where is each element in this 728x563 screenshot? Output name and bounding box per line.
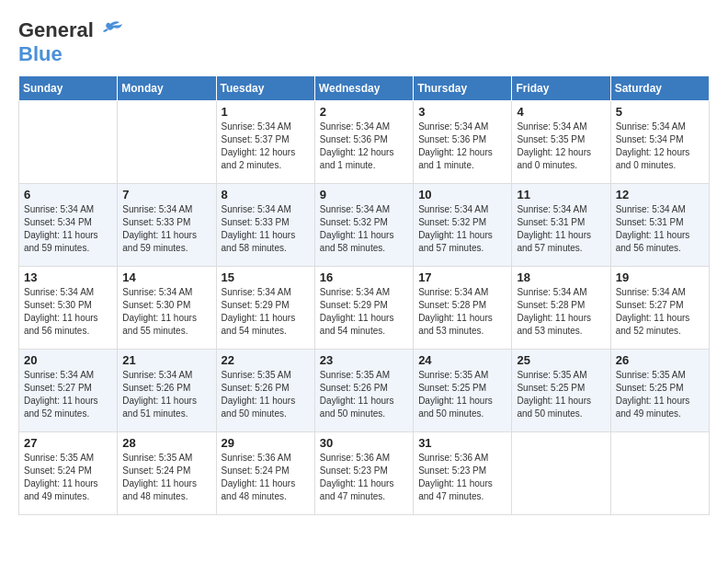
- day-info: Sunrise: 5:34 AMSunset: 5:30 PMDaylight:…: [122, 286, 210, 338]
- calendar-week-4: 20Sunrise: 5:34 AMSunset: 5:27 PMDayligh…: [19, 350, 710, 432]
- day-number: 2: [320, 105, 408, 119]
- day-info: Sunrise: 5:34 AMSunset: 5:27 PMDaylight:…: [616, 286, 704, 338]
- day-number: 25: [517, 353, 605, 367]
- day-number: 29: [222, 436, 310, 450]
- calendar-cell: [610, 432, 709, 515]
- day-header-friday: Friday: [512, 76, 610, 101]
- day-number: 23: [320, 353, 408, 367]
- daylight-text: Daylight: 11 hours and 54 minutes.: [222, 312, 310, 338]
- calendar-cell: 26Sunrise: 5:35 AMSunset: 5:25 PMDayligh…: [610, 350, 709, 432]
- day-info: Sunrise: 5:34 AMSunset: 5:26 PMDaylight:…: [122, 369, 210, 420]
- sunrise-text: Sunrise: 5:34 AM: [320, 121, 408, 133]
- daylight-text: Daylight: 11 hours and 55 minutes.: [122, 312, 210, 338]
- sunrise-text: Sunrise: 5:34 AM: [222, 121, 310, 133]
- calendar-cell: 24Sunrise: 5:35 AMSunset: 5:25 PMDayligh…: [414, 350, 512, 432]
- calendar-week-5: 27Sunrise: 5:35 AMSunset: 5:24 PMDayligh…: [19, 432, 710, 515]
- calendar-cell: 25Sunrise: 5:35 AMSunset: 5:25 PMDayligh…: [512, 350, 610, 432]
- day-number: 9: [320, 188, 408, 201]
- day-info: Sunrise: 5:34 AMSunset: 5:32 PMDaylight:…: [418, 203, 506, 255]
- sunrise-text: Sunrise: 5:36 AM: [222, 452, 310, 465]
- day-info: Sunrise: 5:34 AMSunset: 5:34 PMDaylight:…: [616, 121, 704, 172]
- sunset-text: Sunset: 5:24 PM: [122, 465, 210, 477]
- sunrise-text: Sunrise: 5:34 AM: [517, 286, 605, 299]
- sunset-text: Sunset: 5:30 PM: [24, 299, 112, 312]
- daylight-text: Daylight: 11 hours and 50 minutes.: [418, 395, 506, 420]
- day-number: 15: [222, 270, 310, 284]
- day-header-sunday: Sunday: [19, 76, 118, 101]
- day-number: 16: [320, 270, 408, 284]
- calendar-cell: 17Sunrise: 5:34 AMSunset: 5:28 PMDayligh…: [414, 267, 512, 350]
- daylight-text: Daylight: 12 hours and 0 minutes.: [517, 146, 605, 172]
- day-number: 11: [517, 188, 605, 201]
- sunset-text: Sunset: 5:34 PM: [616, 133, 704, 146]
- sunset-text: Sunset: 5:33 PM: [122, 216, 210, 229]
- day-info: Sunrise: 5:34 AMSunset: 5:31 PMDaylight:…: [616, 203, 704, 255]
- day-number: 27: [24, 436, 112, 450]
- calendar-week-2: 6Sunrise: 5:34 AMSunset: 5:34 PMDaylight…: [19, 184, 710, 267]
- day-header-monday: Monday: [118, 76, 216, 101]
- daylight-text: Daylight: 11 hours and 47 minutes.: [418, 477, 506, 503]
- sunset-text: Sunset: 5:35 PM: [517, 133, 605, 146]
- day-info: Sunrise: 5:34 AMSunset: 5:35 PMDaylight:…: [517, 121, 605, 172]
- calendar-cell: 27Sunrise: 5:35 AMSunset: 5:24 PMDayligh…: [19, 432, 118, 515]
- sunset-text: Sunset: 5:25 PM: [517, 382, 605, 395]
- calendar-cell: 30Sunrise: 5:36 AMSunset: 5:23 PMDayligh…: [314, 432, 413, 515]
- calendar-cell: 20Sunrise: 5:34 AMSunset: 5:27 PMDayligh…: [19, 350, 118, 432]
- daylight-text: Daylight: 11 hours and 47 minutes.: [320, 477, 408, 503]
- day-info: Sunrise: 5:34 AMSunset: 5:33 PMDaylight:…: [222, 203, 310, 255]
- day-info: Sunrise: 5:36 AMSunset: 5:24 PMDaylight:…: [222, 452, 310, 503]
- day-number: 1: [222, 105, 310, 119]
- sunset-text: Sunset: 5:28 PM: [517, 299, 605, 312]
- sunset-text: Sunset: 5:26 PM: [320, 382, 408, 395]
- daylight-text: Daylight: 11 hours and 50 minutes.: [222, 395, 310, 420]
- calendar-cell: 15Sunrise: 5:34 AMSunset: 5:29 PMDayligh…: [216, 267, 314, 350]
- sunrise-text: Sunrise: 5:35 AM: [222, 369, 310, 382]
- daylight-text: Daylight: 11 hours and 58 minutes.: [222, 229, 310, 255]
- day-number: 10: [418, 188, 506, 201]
- calendar-cell: 7Sunrise: 5:34 AMSunset: 5:33 PMDaylight…: [118, 184, 216, 267]
- sunset-text: Sunset: 5:37 PM: [222, 133, 310, 146]
- sunrise-text: Sunrise: 5:34 AM: [616, 203, 704, 216]
- sunset-text: Sunset: 5:30 PM: [122, 299, 210, 312]
- calendar-cell: 18Sunrise: 5:34 AMSunset: 5:28 PMDayligh…: [512, 267, 610, 350]
- calendar-cell: 16Sunrise: 5:34 AMSunset: 5:29 PMDayligh…: [314, 267, 413, 350]
- day-number: 21: [122, 353, 210, 367]
- daylight-text: Daylight: 11 hours and 53 minutes.: [418, 312, 506, 338]
- sunrise-text: Sunrise: 5:34 AM: [418, 203, 506, 216]
- daylight-text: Daylight: 11 hours and 51 minutes.: [122, 395, 210, 420]
- sunrise-text: Sunrise: 5:34 AM: [616, 121, 704, 133]
- day-info: Sunrise: 5:35 AMSunset: 5:25 PMDaylight:…: [616, 369, 704, 420]
- day-info: Sunrise: 5:36 AMSunset: 5:23 PMDaylight:…: [418, 452, 506, 503]
- daylight-text: Daylight: 11 hours and 57 minutes.: [418, 229, 506, 255]
- day-number: 7: [122, 188, 210, 201]
- sunrise-text: Sunrise: 5:35 AM: [517, 369, 605, 382]
- day-info: Sunrise: 5:35 AMSunset: 5:25 PMDaylight:…: [517, 369, 605, 420]
- sunset-text: Sunset: 5:25 PM: [616, 382, 704, 395]
- calendar-cell: 2Sunrise: 5:34 AMSunset: 5:36 PMDaylight…: [314, 101, 413, 184]
- calendar: SundayMondayTuesdayWednesdayThursdayFrid…: [18, 75, 710, 515]
- day-number: 14: [122, 270, 210, 284]
- sunset-text: Sunset: 5:26 PM: [122, 382, 210, 395]
- sunset-text: Sunset: 5:27 PM: [24, 382, 112, 395]
- sunset-text: Sunset: 5:32 PM: [418, 216, 506, 229]
- calendar-cell: 29Sunrise: 5:36 AMSunset: 5:24 PMDayligh…: [216, 432, 314, 515]
- sunset-text: Sunset: 5:26 PM: [222, 382, 310, 395]
- daylight-text: Daylight: 11 hours and 56 minutes.: [24, 312, 112, 338]
- day-info: Sunrise: 5:35 AMSunset: 5:24 PMDaylight:…: [24, 452, 112, 503]
- day-header-wednesday: Wednesday: [314, 76, 413, 101]
- sunset-text: Sunset: 5:31 PM: [517, 216, 605, 229]
- day-info: Sunrise: 5:34 AMSunset: 5:29 PMDaylight:…: [222, 286, 310, 338]
- sunset-text: Sunset: 5:29 PM: [222, 299, 310, 312]
- sunrise-text: Sunrise: 5:34 AM: [222, 286, 310, 299]
- daylight-text: Daylight: 11 hours and 49 minutes.: [616, 395, 704, 420]
- day-number: 19: [616, 270, 704, 284]
- sunrise-text: Sunrise: 5:35 AM: [24, 452, 112, 465]
- sunset-text: Sunset: 5:36 PM: [320, 133, 408, 146]
- day-info: Sunrise: 5:34 AMSunset: 5:28 PMDaylight:…: [517, 286, 605, 338]
- day-info: Sunrise: 5:34 AMSunset: 5:31 PMDaylight:…: [517, 203, 605, 255]
- sunset-text: Sunset: 5:32 PM: [320, 216, 408, 229]
- day-info: Sunrise: 5:34 AMSunset: 5:33 PMDaylight:…: [122, 203, 210, 255]
- day-number: 31: [418, 436, 506, 450]
- calendar-cell: 13Sunrise: 5:34 AMSunset: 5:30 PMDayligh…: [19, 267, 118, 350]
- sunrise-text: Sunrise: 5:35 AM: [122, 452, 210, 465]
